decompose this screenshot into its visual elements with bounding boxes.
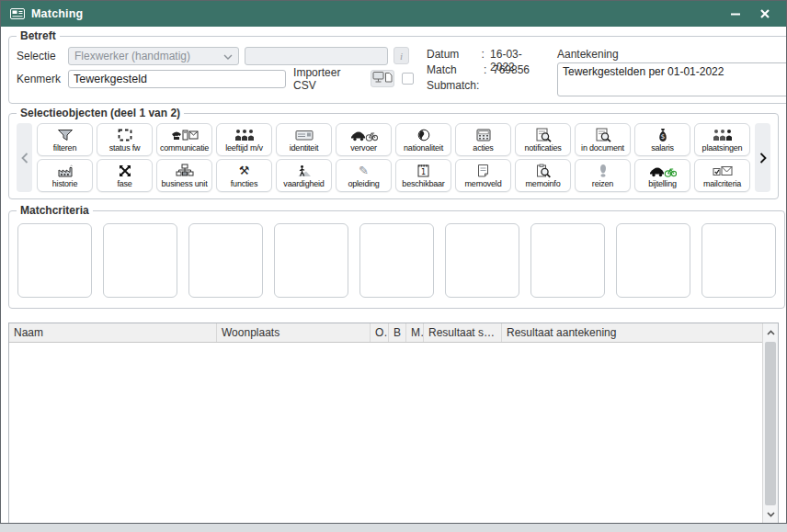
- selectieobject-historie-button[interactable]: historie: [37, 159, 93, 192]
- matchcriteria-slot-4[interactable]: [274, 223, 348, 298]
- selectieobject-reizen-button[interactable]: reizen: [575, 159, 631, 192]
- selectieobject-beschikbaar-button[interactable]: 1beschikbaar: [395, 159, 451, 192]
- selectieobject-business-unit-button[interactable]: business unit: [156, 159, 212, 192]
- selectieobject-notificaties-button[interactable]: notificaties: [515, 123, 571, 156]
- match-label: Match: [427, 63, 484, 79]
- matchcriteria-slot-6[interactable]: [445, 223, 519, 298]
- checkbox-mail-icon: [713, 164, 733, 178]
- selectieobject-label: identiteit: [290, 143, 319, 153]
- selectieobject-identiteit-button[interactable]: identiteit: [276, 123, 332, 156]
- matching-dialog: Matching Betreft Selectie Flexwerker (ha…: [0, 0, 787, 524]
- matchcriteria-slot-1[interactable]: [17, 223, 92, 298]
- scrollbar-thumb[interactable]: [765, 342, 776, 505]
- selectieobject-filteren-button[interactable]: filteren: [37, 123, 93, 156]
- selectieobject-bijtelling-button[interactable]: bijtelling: [634, 159, 690, 192]
- matchcriteria-slot-9[interactable]: [701, 223, 776, 298]
- selectieobject-vaardigheid-button[interactable]: vaardigheid: [276, 159, 332, 192]
- selectieobjecten-grid: filterenstatus fwcommunicatieleeftijd m/…: [37, 123, 750, 192]
- results-table-scrollbar[interactable]: [762, 323, 778, 524]
- id-card-icon: [295, 128, 314, 142]
- chevron-down-icon: [223, 50, 233, 62]
- selectieobject-label: plaatsingen: [702, 143, 743, 153]
- selectieobject-memoveld-button[interactable]: memoveld: [455, 159, 511, 192]
- selectieobject-label: vaardigheid: [283, 179, 324, 188]
- selectieobject-communicatie-button[interactable]: communicatie: [156, 123, 212, 156]
- submatch-label: Submatch:: [427, 79, 484, 95]
- matchcriteria-slot-5[interactable]: [359, 223, 434, 298]
- people-group-icon: [712, 128, 734, 142]
- selectieobject-label: bijtelling: [648, 179, 677, 188]
- selectieobject-plaatsingen-button[interactable]: plaatsingen: [694, 123, 750, 156]
- selectieobjecten-next-button[interactable]: [755, 123, 770, 192]
- column-header-resultaat-aantekening[interactable]: Resultaat aantekening: [502, 323, 762, 342]
- selectieobject-salaris-button[interactable]: $salaris: [634, 123, 690, 156]
- match-value: 769856: [493, 63, 530, 79]
- selectieobject-acties-button[interactable]: acties: [455, 123, 511, 156]
- selectieobject-opleiding-button[interactable]: ✎opleiding: [336, 159, 392, 192]
- kenmerk-label: Kenmerk: [17, 73, 68, 85]
- column-header-b[interactable]: B: [389, 323, 406, 342]
- matchcriteria-row: [17, 221, 777, 301]
- desktop-background-strip: [0, 524, 787, 532]
- selectie-extra-input: [245, 47, 388, 65]
- import-csv-icon: [372, 71, 393, 87]
- column-header-m[interactable]: M: [406, 323, 424, 342]
- selectieobject-label: opleiding: [348, 179, 379, 188]
- selectieobject-label: memoveld: [465, 179, 502, 188]
- importeer-csv-checkbox[interactable]: [402, 73, 414, 85]
- window-title: Matching: [31, 7, 83, 20]
- selectieobject-vervoer-button[interactable]: vervoer: [336, 123, 392, 156]
- selectieobject-label: status fw: [109, 143, 141, 153]
- column-header-resultaat-stat[interactable]: Resultaat stat...: [424, 323, 502, 342]
- selectieobject-in-document-button[interactable]: in document: [575, 123, 631, 156]
- results-table: NaamWoonplaatsOBMResultaat stat...Result…: [8, 323, 779, 524]
- selectieobject-label: beschikbaar: [402, 179, 444, 188]
- selectieobject-memoinfo-button[interactable]: memoinfo: [515, 159, 571, 192]
- phone-mail-icon: [171, 128, 199, 142]
- selectieobject-label: in document: [581, 143, 624, 153]
- globe-icon: [417, 128, 430, 142]
- matchcriteria-slot-2[interactable]: [103, 223, 177, 298]
- matchcriteria-slot-8[interactable]: [616, 223, 690, 298]
- column-header-naam[interactable]: Naam: [9, 323, 217, 342]
- people-icon: [234, 128, 256, 142]
- footprint-icon: [599, 164, 608, 178]
- close-button[interactable]: [753, 4, 777, 24]
- selectieobject-functies-button[interactable]: ⚒functies: [216, 159, 272, 192]
- selectie-dropdown[interactable]: Flexwerker (handmatig): [68, 47, 239, 65]
- selectieobject-label: salaris: [651, 143, 674, 153]
- results-table-body[interactable]: [9, 343, 762, 524]
- datum-value: 16-03-2022: [490, 48, 544, 63]
- selectieobject-label: communicatie: [160, 143, 209, 153]
- scrollbar-down-arrow[interactable]: [763, 505, 778, 524]
- selectieobject-fase-button[interactable]: fase: [97, 159, 153, 192]
- importeer-csv-button[interactable]: [371, 70, 394, 87]
- selectieobject-nationaliteit-button[interactable]: nationaliteit: [395, 123, 451, 156]
- info-button[interactable]: i: [394, 47, 409, 64]
- tools-icon: ⚒: [239, 164, 250, 178]
- scrollbar-up-arrow[interactable]: [763, 323, 778, 342]
- selectieobject-status-fw-button[interactable]: status fw: [97, 123, 153, 156]
- car-bike-icon: [350, 128, 378, 142]
- submatch-row: Submatch:: [427, 79, 544, 95]
- selectieobject-mailcriteria-button[interactable]: mailcriteria: [694, 159, 750, 192]
- selectieobject-label: functies: [231, 179, 257, 188]
- kenmerk-input[interactable]: [68, 70, 286, 88]
- column-header-woonplaats[interactable]: Woonplaats: [217, 323, 371, 342]
- selectieobject-leeftijd-m-v-button[interactable]: leeftijd m/v: [216, 123, 272, 156]
- selectieobject-label: vervoer: [350, 143, 377, 153]
- selectieobject-label: mailcriteria: [703, 179, 741, 188]
- aantekening-column: Aantekening Tewerkgestelden per 01-01-20…: [557, 46, 787, 96]
- aantekening-textarea[interactable]: Tewerkgestelden per 01-01-2022: [557, 62, 787, 96]
- column-header-o[interactable]: O: [371, 323, 389, 342]
- car-bike-green-icon: [649, 164, 677, 178]
- datum-row: Datum:16-03-2022: [427, 48, 544, 63]
- matchcriteria-slot-7[interactable]: [530, 223, 605, 298]
- results-table-header: NaamWoonplaatsOBMResultaat stat...Result…: [9, 323, 762, 343]
- matchcriteria-group: Matchcriteria: [8, 204, 785, 309]
- minimize-button[interactable]: [724, 4, 747, 24]
- selectieobject-label: nationaliteit: [404, 143, 443, 153]
- matchcriteria-slot-3[interactable]: [188, 223, 263, 298]
- selectieobjecten-prev-button[interactable]: [17, 123, 32, 192]
- submatch-separator: [484, 79, 493, 95]
